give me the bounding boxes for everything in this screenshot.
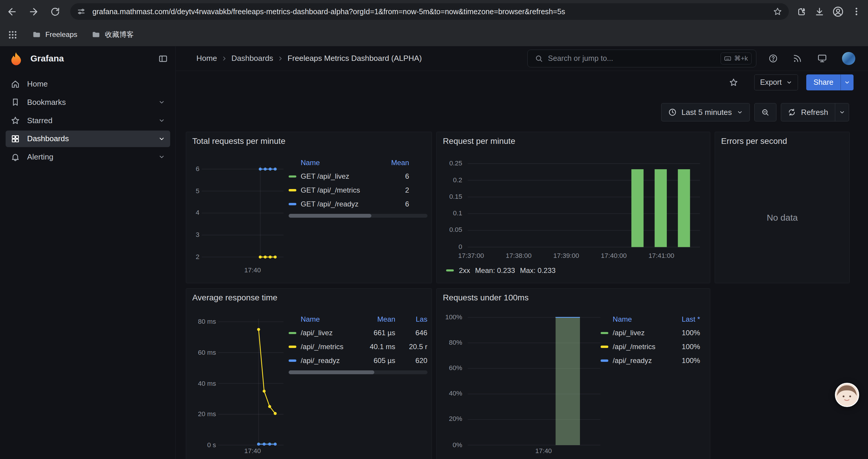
refresh-interval-dropdown[interactable]: [835, 103, 849, 121]
url-input[interactable]: [92, 7, 766, 16]
series-name[interactable]: /api/_readyz: [613, 357, 672, 365]
legend-scrollbar[interactable]: [289, 214, 428, 218]
bookmark-star-icon[interactable]: [773, 7, 782, 16]
forward-arrow-icon: [28, 6, 39, 17]
export-button[interactable]: Export: [754, 74, 798, 90]
user-avatar[interactable]: [842, 52, 855, 65]
series-mean: 661 µs: [368, 329, 395, 337]
legend-header: Name Mean Las: [289, 313, 428, 326]
panel-errors-per-second: Errors per second No data: [715, 132, 850, 283]
panel-title[interactable]: Requests under 100ms: [443, 293, 529, 302]
series-swatch: [601, 332, 608, 334]
chevron-down-icon[interactable]: [158, 99, 165, 105]
y-tick: 60 ms: [186, 348, 216, 357]
keyboard-icon: [724, 55, 731, 62]
profile-icon[interactable]: [832, 6, 844, 18]
legend-header-last[interactable]: Last *: [671, 315, 700, 323]
share-split-button: Share: [806, 74, 854, 90]
apps-grid-icon[interactable]: [8, 30, 18, 40]
legend-header-name[interactable]: Name: [301, 315, 368, 323]
time-range-picker[interactable]: Last 5 minutes: [661, 103, 750, 121]
chevron-down-icon[interactable]: [158, 136, 165, 142]
legend-table: Name Mean Las /api/_livez 661 µs 646 /ap…: [286, 313, 427, 367]
legend-scrollbar[interactable]: [289, 370, 428, 374]
series-name[interactable]: GET /api/_livez: [301, 172, 385, 181]
extensions-icon[interactable]: [797, 6, 807, 17]
series-name[interactable]: 2xx: [459, 266, 470, 275]
legend-row: /api/_readyz 100%: [601, 354, 707, 368]
legend-header-mean[interactable]: Mean: [385, 159, 409, 167]
downloads-icon[interactable]: [814, 6, 825, 17]
series-mean: Mean: 0.233: [475, 266, 515, 275]
monitor-icon[interactable]: [817, 54, 827, 64]
refresh-button[interactable]: Refresh: [781, 103, 835, 121]
series-name[interactable]: /api/_livez: [301, 329, 368, 337]
search-input[interactable]: [548, 54, 720, 63]
assistant-avatar[interactable]: [835, 383, 859, 407]
url-bar[interactable]: [70, 3, 789, 20]
bookmark-folder-freeleaps[interactable]: Freeleaps: [32, 30, 78, 39]
panel-title[interactable]: Average response time: [192, 293, 277, 302]
x-tick: 17:40: [524, 447, 563, 455]
series-name[interactable]: /api/_readyz: [301, 357, 368, 365]
back-button[interactable]: [3, 2, 22, 21]
panel-title[interactable]: Request per minute: [443, 136, 515, 146]
series-mean: 40.1 ms: [368, 342, 395, 351]
series-name[interactable]: /api/_/metrics: [613, 342, 672, 351]
series-name[interactable]: /api/_/metrics: [301, 342, 368, 351]
forward-button[interactable]: [24, 2, 43, 21]
scrollbar-thumb[interactable]: [289, 214, 372, 218]
breadcrumb-home[interactable]: Home: [196, 54, 217, 63]
reload-button[interactable]: [46, 2, 65, 21]
legend-header-last[interactable]: Las: [395, 315, 428, 323]
y-tick: 0.15: [437, 192, 462, 201]
legend-row: /api/_/metrics 100%: [601, 340, 707, 354]
legend-row: GET /api/_/metrics 2: [289, 184, 428, 197]
menu-kebab-icon[interactable]: [851, 6, 862, 17]
site-info-icon[interactable]: [77, 7, 86, 16]
panel-title[interactable]: Errors per second: [721, 136, 787, 146]
legend-header-name[interactable]: Name: [613, 315, 672, 323]
sidebar-item-home[interactable]: Home: [6, 76, 170, 93]
legend-row: GET /api/_/readyz 6: [289, 197, 428, 211]
sidebar-item-starred[interactable]: Starred: [6, 112, 170, 129]
chevron-down-icon[interactable]: [158, 117, 165, 124]
sidebar: Grafana Home Bookmarks Starred: [0, 46, 176, 459]
rss-icon[interactable]: [793, 54, 802, 63]
y-tick: 2: [186, 253, 199, 261]
share-label: Share: [813, 78, 833, 87]
favorite-star-icon[interactable]: [729, 78, 738, 87]
bookmarks-bar: Freeleaps 收藏博客: [0, 23, 868, 47]
sidebar-item-bookmarks[interactable]: Bookmarks: [6, 94, 170, 110]
breadcrumb-dashboards[interactable]: Dashboards: [231, 54, 273, 63]
search-bar[interactable]: ⌘+k: [527, 50, 756, 67]
legend-header-name[interactable]: Name: [301, 159, 385, 167]
screen: Freeleaps 收藏博客 Grafana Home: [0, 0, 868, 459]
x-tick: 17:40:00: [594, 251, 633, 260]
share-button[interactable]: Share: [806, 74, 840, 90]
y-tick: 100%: [437, 313, 462, 322]
series-name[interactable]: GET /api/_/readyz: [301, 200, 385, 208]
y-tick: 3: [186, 230, 199, 239]
scrollbar-thumb[interactable]: [289, 370, 374, 374]
time-range-label: Last 5 minutes: [682, 108, 732, 117]
sidebar-item-dashboards[interactable]: Dashboards: [6, 131, 170, 147]
series-name[interactable]: /api/_livez: [613, 329, 672, 337]
sidebar-item-alerting[interactable]: Alerting: [6, 149, 170, 165]
chevron-down-icon[interactable]: [158, 154, 165, 160]
bookmark-icon: [11, 97, 20, 107]
bookmark-folder-blogs[interactable]: 收藏博客: [92, 30, 133, 39]
help-icon[interactable]: [769, 54, 778, 63]
dock-sidebar-icon[interactable]: [158, 54, 168, 64]
grafana-logo[interactable]: [9, 52, 23, 66]
legend: 2xx Mean: 0.233 Max: 0.233: [446, 266, 555, 275]
star-icon: [11, 116, 20, 125]
share-dropdown-button[interactable]: [840, 74, 854, 90]
legend-header-mean[interactable]: Mean: [368, 315, 395, 323]
panel-title[interactable]: Total requests per minute: [192, 136, 285, 146]
zoom-out-button[interactable]: [754, 103, 776, 121]
panel-requests-per-minute: Request per minute 0.25 0.2 0.15 0.1 0.0…: [436, 132, 710, 283]
series-name[interactable]: GET /api/_/metrics: [301, 186, 385, 194]
sidebar-item-label: Alerting: [27, 153, 159, 162]
series-mean: 2: [385, 186, 409, 194]
